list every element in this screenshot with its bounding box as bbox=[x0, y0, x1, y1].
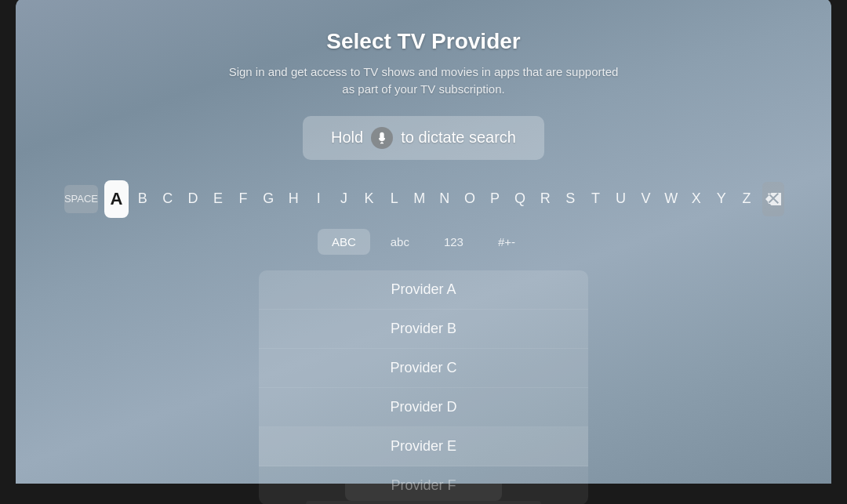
key-O[interactable]: O bbox=[459, 182, 481, 216]
key-G[interactable]: G bbox=[257, 182, 279, 216]
providers-list: Provider A Provider B Provider C Provide… bbox=[259, 270, 588, 505]
provider-item-e[interactable]: Provider E bbox=[259, 427, 588, 466]
key-I[interactable]: I bbox=[307, 182, 329, 216]
screen-content: Select TV Provider Sign in and get acces… bbox=[63, 29, 784, 505]
key-M[interactable]: M bbox=[409, 182, 431, 216]
key-H[interactable]: H bbox=[282, 182, 304, 216]
dictate-post-label: to dictate search bbox=[401, 129, 516, 147]
key-J[interactable]: J bbox=[333, 182, 354, 216]
key-P[interactable]: P bbox=[484, 182, 506, 216]
provider-item-c[interactable]: Provider C bbox=[259, 349, 588, 388]
page-title: Select TV Provider bbox=[326, 29, 520, 54]
tv-screen: Select TV Provider Sign in and get acces… bbox=[16, 0, 831, 484]
space-key[interactable]: SPACE bbox=[64, 185, 98, 213]
key-V[interactable]: V bbox=[635, 182, 657, 216]
key-F[interactable]: F bbox=[232, 182, 254, 216]
key-Y[interactable]: Y bbox=[711, 182, 732, 216]
provider-item-a[interactable]: Provider A bbox=[259, 270, 588, 310]
key-T[interactable]: T bbox=[584, 182, 606, 216]
key-W[interactable]: W bbox=[660, 182, 682, 216]
keyboard-modes: ABC abc 123 #+- bbox=[318, 229, 529, 255]
key-D[interactable]: D bbox=[182, 182, 204, 216]
key-U[interactable]: U bbox=[609, 182, 631, 216]
key-K[interactable]: K bbox=[358, 182, 380, 216]
key-L[interactable]: L bbox=[384, 182, 405, 216]
key-R[interactable]: R bbox=[534, 182, 556, 216]
provider-item-f[interactable]: Provider F bbox=[259, 466, 588, 505]
key-C[interactable]: C bbox=[157, 182, 179, 216]
backspace-key[interactable] bbox=[762, 182, 784, 216]
mode-123[interactable]: 123 bbox=[430, 229, 478, 255]
dictate-pre-label: Hold bbox=[331, 129, 363, 147]
mode-ABC[interactable]: ABC bbox=[318, 229, 370, 255]
key-B[interactable]: B bbox=[132, 182, 154, 216]
key-Q[interactable]: Q bbox=[509, 182, 531, 216]
key-Z[interactable]: Z bbox=[736, 182, 758, 216]
dictate-search-button[interactable]: Hold to dictate search bbox=[303, 116, 544, 160]
page-subtitle: Sign in and get access to TV shows and m… bbox=[227, 63, 620, 99]
provider-item-d[interactable]: Provider D bbox=[259, 388, 588, 427]
key-A[interactable]: A bbox=[104, 180, 129, 218]
key-E[interactable]: E bbox=[207, 182, 229, 216]
key-S[interactable]: S bbox=[559, 182, 581, 216]
keyboard-row: SPACE A B C D E F G H I J K L M N O P Q … bbox=[63, 180, 784, 218]
mode-symbols[interactable]: #+- bbox=[484, 229, 529, 255]
provider-item-b[interactable]: Provider B bbox=[259, 310, 588, 349]
microphone-icon bbox=[371, 127, 393, 149]
key-N[interactable]: N bbox=[434, 182, 456, 216]
key-X[interactable]: X bbox=[685, 182, 707, 216]
mode-abc[interactable]: abc bbox=[376, 229, 424, 255]
